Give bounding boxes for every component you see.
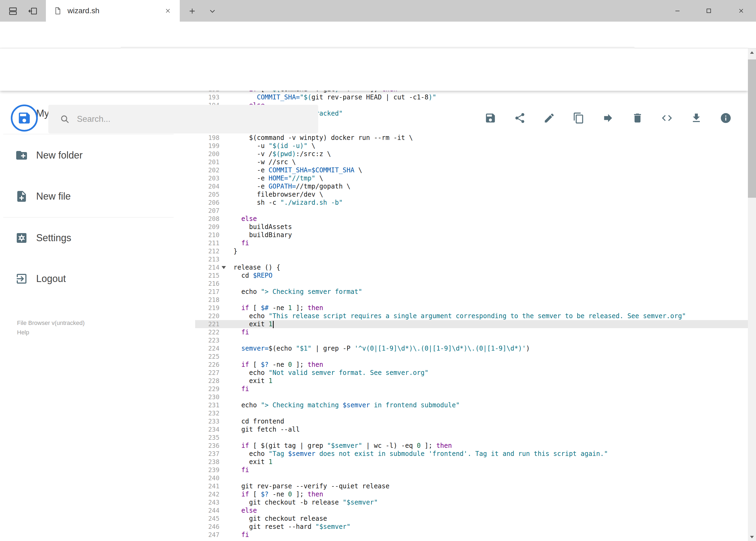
code-line[interactable]: 230 [195, 393, 748, 401]
info-button[interactable] [720, 112, 732, 124]
sidebar-item-settings[interactable]: Settings [0, 223, 178, 253]
line-number: 245 [195, 515, 233, 523]
code-text: -v /$(pwd):/src:z \ [233, 150, 331, 158]
code-line[interactable]: 215 cd $REPO [195, 271, 748, 279]
scrollbar-thumb[interactable] [748, 59, 756, 198]
fold-toggle-icon[interactable] [222, 266, 226, 269]
sidebar-item-new-folder[interactable]: New folder [0, 141, 178, 170]
scrollbar-track[interactable] [748, 48, 756, 541]
code-line[interactable]: 220 echo "This release script requires a… [195, 312, 748, 320]
move-button[interactable] [602, 112, 614, 124]
line-number: 234 [195, 425, 233, 433]
share-file-button[interactable] [514, 112, 526, 124]
code-line[interactable]: 202 -e COMMIT_SHA=$COMMIT_SHA \ [195, 166, 748, 174]
code-line[interactable]: 204 -e GOPATH=//tmp/gopath \ [195, 182, 748, 191]
close-tab-button[interactable] [162, 5, 173, 16]
scroll-up-button[interactable] [748, 48, 756, 56]
code-line[interactable]: 247 fi [195, 531, 748, 539]
code-line[interactable]: 218 [195, 296, 748, 304]
code-line[interactable]: 245 git checkout release [195, 515, 748, 523]
help-link[interactable]: Help [17, 327, 85, 337]
code-line[interactable]: 211 fi [195, 239, 748, 247]
close-window-button[interactable] [736, 5, 747, 16]
code-line[interactable]: 206 sh -c "./wizard.sh -b" [195, 199, 748, 207]
browser-tab[interactable]: wizard.sh [46, 0, 180, 22]
code-line[interactable]: 200 -v /$(pwd):/src:z \ [195, 150, 748, 158]
sidebar-item-new-file[interactable]: New file [0, 182, 178, 211]
code-line[interactable]: 243 git checkout -b release "$semver" [195, 498, 748, 506]
code-line[interactable]: 231 echo "> Checking matching $semver in… [195, 401, 748, 409]
code-line[interactable]: 201 -w //src \ [195, 158, 748, 166]
search-input[interactable] [77, 114, 318, 124]
code-text: semver=$(echo "$1" | grep -P '^v(0|[1-9]… [233, 344, 530, 352]
code-line[interactable]: 198 $(command -v winpty) docker run --rm… [195, 134, 748, 142]
sidebar-item-logout[interactable]: Logout [0, 264, 178, 293]
code-line[interactable]: 217 echo "> Checking semver format" [195, 287, 748, 296]
sidebar-divider [3, 217, 173, 218]
set-tabs-aside-icon [28, 6, 38, 16]
code-line[interactable]: 232 [195, 409, 748, 417]
code-line[interactable]: 239 fi [195, 466, 748, 474]
tab-dropdown-button[interactable] [207, 6, 218, 16]
code-text: -e COMMIT_SHA=$COMMIT_SHA \ [233, 166, 362, 174]
code-line[interactable]: 210 buildBinary [195, 231, 748, 239]
code-line[interactable]: 236 if [ $(git tag | grep "$semver" | wc… [195, 442, 748, 450]
code-line[interactable]: 226 if [ $? -ne 0 ]; then [195, 360, 748, 369]
code-line[interactable]: 192 if [ "$(command -v git)" != "" ]; th… [195, 91, 748, 93]
code-editor[interactable]: 192 if [ "$(command -v git)" != "" ]; th… [195, 91, 748, 539]
new-tab-button[interactable] [187, 6, 197, 16]
maximize-button[interactable] [703, 5, 714, 16]
code-line[interactable]: 222 fi [195, 328, 748, 336]
code-line[interactable]: 242 if [ $? -ne 0 ]; then [195, 490, 748, 498]
code-line[interactable]: 216 [195, 279, 748, 287]
code-line[interactable]: 221 exit 1 [195, 320, 748, 328]
settings-icon [15, 232, 28, 245]
text-cursor [273, 321, 274, 328]
scroll-down-button[interactable] [748, 533, 756, 541]
code-line[interactable]: 229 fi [195, 385, 748, 393]
download-button[interactable] [690, 112, 702, 124]
code-line[interactable]: 208 else [195, 215, 748, 223]
code-line[interactable]: 214release () { [195, 264, 748, 271]
set-tabs-aside-button[interactable] [27, 6, 38, 16]
code-line[interactable]: 237 echo "Tag $semver does not exist in … [195, 450, 748, 458]
sidebar-item-label: New file [36, 191, 71, 202]
code-line[interactable]: 213 [195, 255, 748, 264]
code-text: echo "Not valid semver format. See semve… [233, 369, 428, 377]
code-line[interactable]: 223 [195, 336, 748, 344]
code-line[interactable]: 235 [195, 433, 748, 442]
navigation-bar: filebrowser.web/files/wizard.sh [0, 22, 756, 48]
code-line[interactable]: 207 [195, 207, 748, 215]
minimize-button[interactable] [672, 5, 683, 16]
code-line[interactable]: 203 -e HOME="//tmp" \ [195, 174, 748, 182]
delete-button[interactable] [631, 112, 643, 124]
edit-button[interactable] [543, 112, 555, 124]
edit-icon [543, 112, 555, 124]
code-line[interactable]: 212} [195, 247, 748, 255]
code-line[interactable]: 219 if [ $# -ne 1 ]; then [195, 304, 748, 312]
code-line[interactable]: 233 cd frontend [195, 417, 748, 425]
code-line[interactable]: 240 [195, 474, 748, 482]
code-line[interactable]: 234 git fetch --all [195, 425, 748, 433]
code-line[interactable]: 227 echo "Not valid semver format. See s… [195, 369, 748, 377]
code-line[interactable]: 228 exit 1 [195, 377, 748, 385]
code-line[interactable]: 209 buildAssets [195, 223, 748, 231]
raw-code-button[interactable] [661, 112, 673, 124]
copy-button[interactable] [573, 112, 585, 124]
save-button[interactable] [484, 112, 496, 124]
code-line[interactable]: 244 else [195, 506, 748, 515]
code-line[interactable]: 225 [195, 352, 748, 360]
code-line[interactable]: 193 COMMIT_SHA="$(git rev-parse HEAD | c… [195, 93, 748, 101]
app-version: File Browser v(untracked) [17, 318, 85, 327]
line-number: 217 [195, 287, 233, 296]
code-line[interactable]: 199 -u "$(id -u)" \ [195, 142, 748, 150]
code-text: echo "> Checking semver format" [233, 287, 362, 296]
code-line[interactable]: 238 exit 1 [195, 458, 748, 466]
code-line[interactable]: 246 git reset --hard "$semver" [195, 523, 748, 531]
tabs-you-set-aside-button[interactable] [8, 6, 18, 16]
code-line[interactable]: 224 semver=$(echo "$1" | grep -P '^v(0|[… [195, 344, 748, 352]
code-line[interactable]: 205 filebrowser/dev \ [195, 191, 748, 199]
code-line[interactable]: 241 git rev-parse --verify --quiet relea… [195, 482, 748, 490]
new-file-icon [15, 190, 28, 203]
line-number: 206 [195, 199, 233, 207]
